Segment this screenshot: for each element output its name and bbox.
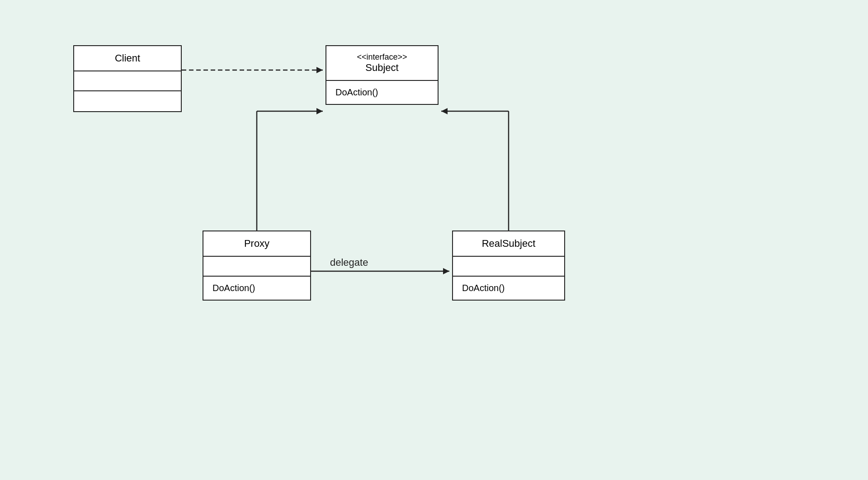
- delegate-label: delegate: [330, 257, 368, 268]
- subject-box-header: <<interface>> Subject: [326, 46, 438, 81]
- realsubject-method-section: DoAction(): [453, 277, 564, 300]
- svg-marker-4: [316, 108, 323, 114]
- client-box-header: Client: [74, 46, 181, 71]
- realsubject-box: RealSubject DoAction(): [452, 231, 565, 301]
- svg-marker-1: [316, 67, 323, 73]
- proxy-section-empty: [203, 257, 310, 277]
- proxy-box-header: Proxy: [203, 231, 310, 257]
- subject-name: Subject: [365, 62, 398, 73]
- client-box: Client: [73, 45, 182, 112]
- subject-stereotype: <<interface>>: [335, 52, 429, 62]
- diagram-container: Client <<interface>> Subject DoAction() …: [0, 0, 868, 480]
- client-section-1: [74, 71, 181, 91]
- svg-marker-7: [441, 108, 448, 114]
- client-section-2: [74, 91, 181, 111]
- proxy-box: Proxy DoAction(): [203, 231, 311, 301]
- subject-method-section: DoAction(): [326, 81, 438, 104]
- svg-marker-9: [443, 268, 449, 274]
- subject-box: <<interface>> Subject DoAction(): [326, 45, 439, 105]
- realsubject-section-empty: [453, 257, 564, 277]
- proxy-method-section: DoAction(): [203, 277, 310, 300]
- realsubject-box-header: RealSubject: [453, 231, 564, 257]
